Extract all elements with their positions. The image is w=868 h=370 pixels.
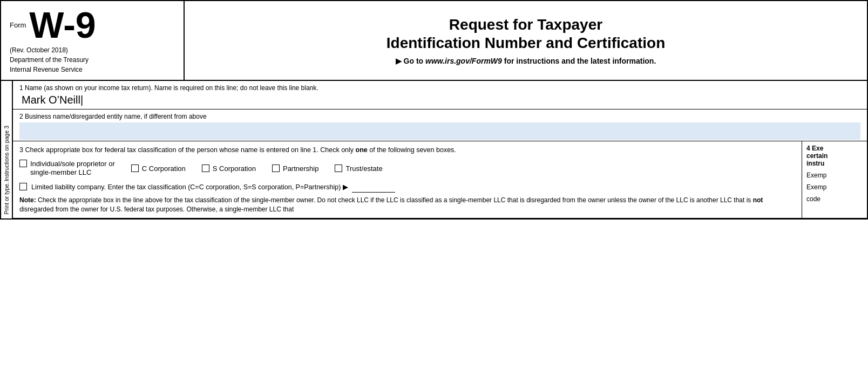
note-bold: Note: xyxy=(19,196,36,204)
checkboxes-row: Individual/sole proprietor orsingle-memb… xyxy=(19,160,795,178)
code-label: code xyxy=(806,195,863,203)
line4-title: 4 Execertaininstru xyxy=(806,145,863,167)
goto-url: www.irs.gov/FormW9 xyxy=(425,57,502,65)
checkbox-trust-label: Trust/estate xyxy=(345,165,382,173)
checkbox-s-corp-box[interactable] xyxy=(202,165,209,172)
line1-label: 1 Name (as shown on your income tax retu… xyxy=(19,84,860,92)
line3-header-text: 3 Check appropriate box for federal tax … xyxy=(19,146,356,154)
irs-link-line: ▶ Go to www.irs.gov/FormW9 for instructi… xyxy=(396,57,656,65)
checkbox-individual: Individual/sole proprietor orsingle-memb… xyxy=(19,160,115,178)
exempt-label-2: Exemp xyxy=(806,183,863,191)
note-row: Note: Check the appropriate box in the l… xyxy=(19,196,795,214)
note-text: Check the appropriate box in the line ab… xyxy=(36,196,753,204)
llc-text: Limited liability company. Enter the tax… xyxy=(31,183,395,193)
form-body: Instructions on page 3 Print or type. 1 … xyxy=(1,81,867,218)
checkbox-c-corp-label: C Corporation xyxy=(142,165,186,173)
checkbox-c-corp: C Corporation xyxy=(131,165,186,173)
line3-outer: 3 Check appropriate box for federal tax … xyxy=(13,141,867,218)
form-container: Form W-9 (Rev. October 2018) Department … xyxy=(0,0,868,220)
department-text: Department of the Treasury xyxy=(10,55,175,65)
line3-header-suffix: of the following seven boxes. xyxy=(368,146,456,154)
llc-row: Limited liability company. Enter the tax… xyxy=(19,183,795,193)
header-sub-info: (Rev. October 2018) Department of the Tr… xyxy=(10,45,175,74)
checkbox-c-corp-box[interactable] xyxy=(131,165,139,172)
checkbox-llc-box[interactable] xyxy=(19,183,27,190)
main-content: 1 Name (as shown on your income tax retu… xyxy=(13,81,867,218)
checkbox-trust-box[interactable] xyxy=(335,165,342,172)
revision-text: (Rev. October 2018) xyxy=(10,45,175,55)
service-text: Internal Revenue Service xyxy=(10,65,175,74)
goto-suffix: for instructions and the latest informat… xyxy=(502,57,656,65)
main-title: Request for Taxpayer Identification Numb… xyxy=(386,16,665,52)
line2-input[interactable] xyxy=(19,122,860,140)
form-header: Form W-9 (Rev. October 2018) Department … xyxy=(1,1,867,81)
sidebar-stack: Instructions on page 3 Print or type. xyxy=(3,81,10,216)
checkbox-partnership: Partnership xyxy=(272,165,318,173)
checkbox-s-corp: S Corporation xyxy=(202,165,256,173)
goto-text: ▶ Go to xyxy=(396,57,425,65)
llc-label: Limited liability company. Enter the tax… xyxy=(31,183,348,191)
exempt-label-1: Exemp xyxy=(806,172,863,179)
form-number: W-9 xyxy=(29,6,96,43)
line2-label: 2 Business name/disregarded entity name,… xyxy=(19,113,860,120)
header-right: Request for Taxpayer Identification Numb… xyxy=(185,1,867,80)
line4-section: 4 Execertaininstru Exemp Exemp code xyxy=(802,141,867,218)
llc-underline xyxy=(352,192,395,193)
header-left: Form W-9 (Rev. October 2018) Department … xyxy=(1,1,185,80)
form-number-block: Form W-9 xyxy=(10,6,175,43)
checkbox-individual-box[interactable] xyxy=(19,160,27,167)
sidebar-instructions-label: Instructions on page 3 xyxy=(3,126,10,181)
line2-section: 2 Business name/disregarded entity name,… xyxy=(13,109,867,141)
checkbox-individual-label: Individual/sole proprietor orsingle-memb… xyxy=(30,160,115,178)
checkbox-trust: Trust/estate xyxy=(335,165,382,173)
line3-main: 3 Check appropriate box for federal tax … xyxy=(13,141,802,218)
note-bold2: not xyxy=(753,196,763,204)
line3-header-bold: one xyxy=(356,146,368,154)
sidebar-print-label: Print or type. xyxy=(3,182,10,215)
line1-section: 1 Name (as shown on your income tax retu… xyxy=(13,81,867,109)
checkbox-s-corp-label: S Corporation xyxy=(213,165,256,173)
checkbox-partnership-label: Partnership xyxy=(283,165,318,173)
line3-header: 3 Check appropriate box for federal tax … xyxy=(19,146,795,155)
form-label: Form xyxy=(10,21,26,29)
sidebar: Instructions on page 3 Print or type. xyxy=(1,81,13,218)
title-line2: Identification Number and Certification xyxy=(386,34,665,52)
line1-input[interactable]: Mark O’Neill xyxy=(19,93,860,108)
checkbox-partnership-box[interactable] xyxy=(272,165,280,172)
title-line1: Request for Taxpayer xyxy=(386,16,665,34)
note-text2: disregarded from the owner for U.S. fede… xyxy=(19,205,294,213)
